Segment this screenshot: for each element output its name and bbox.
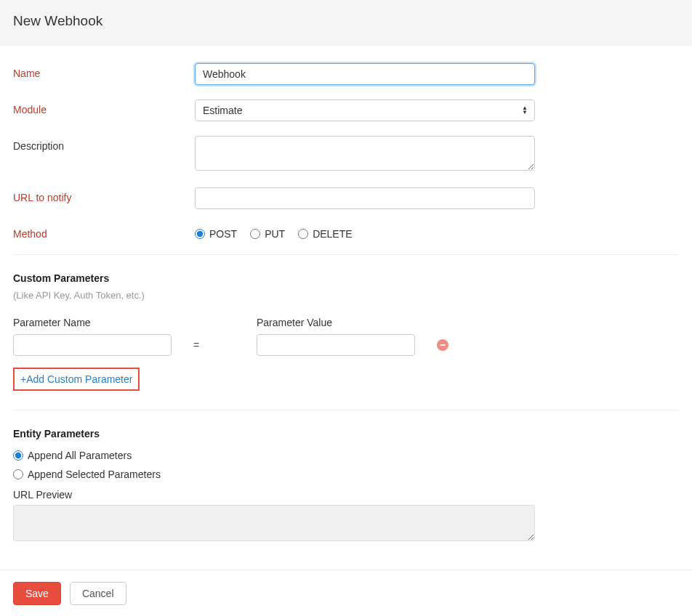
method-delete-label: DELETE bbox=[313, 228, 352, 240]
name-input[interactable] bbox=[195, 63, 535, 85]
radio-append-selected[interactable] bbox=[13, 469, 23, 479]
webhook-form: Name Module Estimate ▲▼ Description URL … bbox=[0, 46, 692, 543]
description-textarea[interactable] bbox=[195, 136, 535, 171]
url-input[interactable] bbox=[195, 187, 535, 209]
entity-parameters-section: Entity Parameters Append All Parameters … bbox=[13, 428, 679, 543]
custom-params-title: Custom Parameters bbox=[13, 272, 679, 284]
append-selected-radio[interactable]: Append Selected Parameters bbox=[13, 469, 679, 480]
divider bbox=[13, 254, 679, 255]
add-custom-param-link[interactable]: +Add Custom Parameter bbox=[20, 373, 132, 385]
custom-params-subtitle: (Like API Key, Auth Token, etc.) bbox=[13, 290, 679, 301]
save-button[interactable]: Save bbox=[13, 582, 61, 605]
param-value-header: Parameter Value bbox=[257, 317, 415, 328]
append-selected-label: Append Selected Parameters bbox=[28, 469, 161, 480]
radio-delete[interactable] bbox=[298, 229, 308, 239]
method-radio-post[interactable]: POST bbox=[195, 228, 237, 240]
svg-rect-0 bbox=[440, 344, 446, 346]
method-put-label: PUT bbox=[265, 228, 285, 240]
add-custom-param-highlight: +Add Custom Parameter bbox=[13, 368, 140, 391]
module-select[interactable]: Estimate bbox=[195, 100, 535, 121]
method-label: Method bbox=[13, 224, 195, 240]
description-label: Description bbox=[13, 136, 195, 152]
remove-param-button[interactable] bbox=[437, 339, 448, 351]
equals-sign: = bbox=[172, 339, 257, 351]
divider bbox=[13, 410, 679, 410]
custom-param-row: = bbox=[13, 334, 679, 356]
radio-put[interactable] bbox=[250, 229, 260, 239]
method-radio-delete[interactable]: DELETE bbox=[298, 228, 352, 240]
minus-icon bbox=[439, 341, 446, 349]
radio-append-all[interactable] bbox=[13, 450, 23, 461]
method-post-label: POST bbox=[209, 228, 237, 240]
page-title: New Webhook bbox=[13, 13, 679, 29]
param-name-input[interactable] bbox=[13, 334, 172, 356]
radio-post[interactable] bbox=[195, 229, 205, 239]
footer: Save Cancel bbox=[0, 570, 692, 616]
append-all-label: Append All Parameters bbox=[28, 450, 132, 461]
name-label: Name bbox=[13, 63, 195, 79]
url-preview-label: URL Preview bbox=[13, 489, 679, 500]
module-label: Module bbox=[13, 100, 195, 115]
entity-params-title: Entity Parameters bbox=[13, 428, 679, 439]
method-radio-put[interactable]: PUT bbox=[250, 228, 285, 240]
url-label: URL to notify bbox=[13, 187, 195, 203]
param-value-input[interactable] bbox=[257, 334, 415, 356]
url-preview-box bbox=[13, 505, 535, 541]
custom-parameters-section: Custom Parameters (Like API Key, Auth To… bbox=[13, 272, 679, 391]
cancel-button[interactable]: Cancel bbox=[70, 582, 126, 605]
append-all-radio[interactable]: Append All Parameters bbox=[13, 450, 679, 461]
page-header: New Webhook bbox=[0, 0, 692, 46]
param-name-header: Parameter Name bbox=[13, 317, 172, 328]
